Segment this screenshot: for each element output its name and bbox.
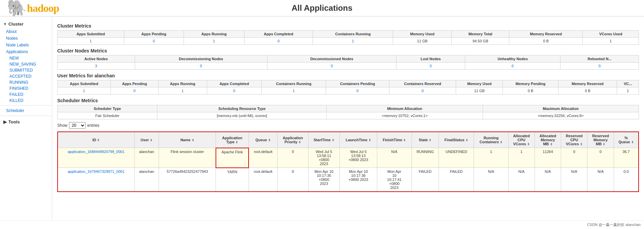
sidebar-item-new-saving[interactable]: NEW_SAVING — [0, 61, 52, 67]
row2-id[interactable]: application_1679467329971_0001 — [58, 168, 134, 192]
sort-arrows-alloc-cpu: ⇕ — [527, 143, 530, 146]
sidebar-cluster-header[interactable]: ▼ Cluster — [0, 20, 52, 28]
um-header-4: Containers Running — [262, 80, 326, 87]
um-header-10: VC... — [617, 80, 639, 87]
um-val-6[interactable]: 0 — [389, 87, 456, 94]
row2-launchtime: Mon Apr 10 10:17:36 +0800 2023 — [340, 168, 377, 192]
user-metrics-table: Apps Submitted Apps Pending Apps Running… — [57, 80, 639, 94]
row2-starttime: Mon Apr 10 10:17:35 +0800 2023 — [308, 168, 340, 192]
scheduler-metrics-title: Scheduler Metrics — [57, 98, 639, 103]
cn-val-4[interactable]: 0 — [465, 63, 560, 70]
cn-header-2: Decommissioned Nodes — [267, 55, 396, 63]
at-header-apptype[interactable]: ApplicationType ⇕ — [216, 132, 249, 148]
um-val-3[interactable]: 0 — [207, 87, 262, 94]
sort-arrows-reserved-mem: ⇕ — [603, 143, 605, 146]
at-header-priority[interactable]: ApplicationPriority ⇕ — [278, 132, 308, 148]
at-header-alloc-mem[interactable]: AllocatedMemoryMB ⇕ — [535, 132, 561, 148]
um-val-8: 0 B — [503, 87, 558, 94]
cn-val-2[interactable]: 0 — [267, 63, 396, 70]
cm-val-3[interactable]: 0 — [244, 38, 313, 45]
cn-header-0: Active Nodes — [58, 55, 135, 63]
sidebar-item-submitted[interactable]: SUBMITTED — [0, 67, 52, 73]
row1-user: alanchan — [134, 148, 159, 168]
at-header-containers[interactable]: RunningContainers ⇕ — [474, 132, 508, 148]
cm-val-0[interactable]: 1 — [58, 38, 124, 45]
row2-finalstatus: FAILED — [439, 168, 474, 192]
um-header-8: Memory Pending — [503, 80, 558, 87]
cm-val-1[interactable]: 0 — [124, 38, 184, 45]
sm-val-0: Fair Scheduler — [58, 112, 157, 119]
cn-val-3[interactable]: 0 — [396, 63, 465, 70]
sidebar-item-scheduler[interactable]: Scheduler — [0, 107, 52, 114]
cn-val-1[interactable]: 0 — [135, 63, 267, 70]
sidebar-item-applications[interactable]: Applications — [0, 48, 52, 55]
at-header-state[interactable]: State ⇕ — [412, 132, 439, 148]
cm-val-4[interactable]: 1 — [313, 38, 393, 45]
sidebar-item-accepted[interactable]: ACCEPTED — [0, 73, 52, 79]
sidebar-item-killed[interactable]: KILLED — [0, 98, 52, 104]
sidebar-divider-2 — [0, 116, 52, 116]
um-val-4[interactable]: 1 — [262, 87, 326, 94]
cm-val-8: 1 — [583, 38, 639, 45]
cn-header-3: Lost Nodes — [396, 55, 465, 63]
cm-val-2[interactable]: 1 — [184, 38, 244, 45]
row2-finishtime: Mon Apr 10 10:17:41 +0800 2023 — [377, 168, 412, 192]
cn-header-4: Unhealthy Nodes — [465, 55, 560, 63]
um-header-0: Apps Submitted — [58, 80, 111, 87]
sidebar-item-nodes[interactable]: Nodes — [0, 35, 52, 42]
um-header-5: Containers Pending — [326, 80, 389, 87]
row1-id[interactable]: application_1688448920799_0001 — [58, 148, 134, 168]
sm-header-2: Minimum Allocation — [327, 105, 483, 112]
row2-alloc-mem: N/A — [535, 168, 561, 192]
at-header-reserved-cpu[interactable]: ReservedCPUVCores ⇕ — [561, 132, 587, 148]
at-header-id[interactable]: ID ⇕ — [58, 132, 134, 148]
row2-alloc-cpu: N/A — [508, 168, 535, 192]
at-header-reserved-mem[interactable]: ReservedMemoryMB ⇕ — [587, 132, 614, 148]
at-header-launchtime[interactable]: LaunchTime ⇕ — [340, 132, 377, 148]
sidebar-tools-header[interactable]: ▶ Tools — [0, 118, 52, 126]
at-header-finalstatus[interactable]: FinalStatus ⇕ — [439, 132, 474, 148]
sort-arrows-finalstatus: ⇕ — [465, 139, 468, 142]
sort-arrows-queue: ⇕ — [268, 139, 271, 142]
sidebar-item-about[interactable]: About — [0, 28, 52, 35]
sidebar-item-failed[interactable]: FAILED — [0, 91, 52, 98]
row2-queue: root.default — [249, 168, 278, 192]
at-header-queue-pct[interactable]: %Queue ⇕ — [614, 132, 639, 148]
sidebar-item-new[interactable]: NEW — [0, 55, 52, 61]
row2-user: alanchan — [134, 168, 159, 192]
row2-queue-pct: 0.0 — [614, 168, 639, 192]
sort-arrows-queue-pct: ⇕ — [631, 141, 634, 144]
at-header-finishtime[interactable]: FinishTime ⇕ — [377, 132, 412, 148]
at-header-user[interactable]: User ⇕ — [134, 132, 159, 148]
sm-header-0: Scheduler Type — [58, 105, 157, 112]
cm-header-0: Apps Submitted — [58, 31, 124, 38]
cluster-metrics-title: Cluster Metrics — [57, 23, 639, 29]
row2-state: FAILED — [412, 168, 439, 192]
cluster-metrics-table: Apps Submitted Apps Pending Apps Running… — [57, 30, 639, 45]
table-row: application_1679467329971_0001 alanchan … — [58, 168, 639, 192]
um-val-2[interactable]: 1 — [158, 87, 207, 94]
um-val-1[interactable]: 0 — [111, 87, 159, 94]
cn-val-0[interactable]: 3 — [58, 63, 135, 70]
sm-header-1: Scheduling Resource Type — [157, 105, 327, 112]
cm-val-5: 11 GB — [393, 38, 452, 45]
um-header-1: Apps Pending — [111, 80, 159, 87]
at-header-queue[interactable]: Queue ⇕ — [249, 132, 278, 148]
sort-arrows-launchtime: ⇕ — [368, 139, 371, 142]
at-header-alloc-cpu[interactable]: AllocatedCPUVCores ⇕ — [508, 132, 535, 148]
cluster-arrow-icon: ▼ — [3, 22, 7, 26]
sidebar-item-node-labels[interactable]: Node Labels — [0, 42, 52, 48]
sidebar-item-running[interactable]: RUNNING — [0, 79, 52, 85]
at-header-starttime[interactable]: StartTime ⇕ — [308, 132, 340, 148]
sort-arrows-state: ⇕ — [429, 139, 431, 142]
sort-arrows-starttime: ⇕ — [332, 139, 334, 142]
entries-select[interactable]: 10 20 50 100 — [69, 122, 86, 129]
at-header-name[interactable]: Name ⇕ — [159, 132, 216, 148]
applications-table: ID ⇕ User ⇕ Name ⇕ ApplicationType ⇕ Que… — [57, 131, 639, 192]
sidebar-item-finished[interactable]: FINISHED — [0, 85, 52, 91]
cn-val-5[interactable]: 0 — [560, 63, 639, 70]
um-val-5[interactable]: 0 — [326, 87, 389, 94]
um-val-0[interactable]: 1 — [58, 87, 111, 94]
content-area: Cluster Metrics Apps Submitted Apps Pend… — [52, 16, 644, 220]
row1-apptype: Apache Flink — [216, 148, 249, 168]
